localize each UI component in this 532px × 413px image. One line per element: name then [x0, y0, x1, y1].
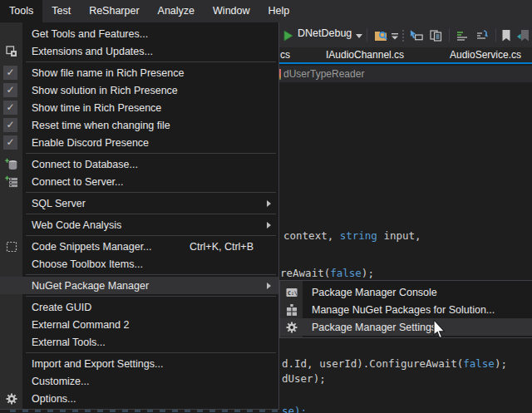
checkmark-icon: ✓	[3, 101, 17, 115]
nuget-submenu: C:\Package Manager ConsoleManage NuGet P…	[279, 280, 532, 338]
menu-item-show-file-name-in-rich-presence[interactable]: ✓Show file name in Rich Presence	[0, 64, 278, 81]
menu-item-label: External Tools...	[32, 337, 106, 348]
submenu-arrow-icon	[267, 222, 271, 229]
database-icon	[4, 157, 18, 171]
menu-item-external-command-2[interactable]: External Command 2	[0, 316, 278, 333]
menu-item-sql-server[interactable]: SQL Server	[0, 194, 278, 212]
menu-item-label: SQL Server	[32, 198, 86, 209]
previous-bookmark-icon[interactable]	[516, 28, 531, 43]
menu-item-enable-discord-presence[interactable]: ✓Enable Discord Presence	[0, 134, 278, 151]
menu-item-label: External Command 2	[32, 319, 129, 331]
vs-window: DNetDebug csIAudioChannel.csAudioService…	[0, 0, 532, 413]
extensions-icon	[4, 44, 18, 58]
menu-item-external-tools[interactable]: External Tools...	[0, 333, 278, 351]
find-in-files-icon[interactable]	[374, 28, 389, 43]
menu-item-create-guid[interactable]: Create GUID	[0, 298, 278, 316]
menu-item-label: Import and Export Settings...	[32, 358, 163, 370]
menu-item-label: Get Tools and Features...	[32, 28, 148, 40]
menu-item-label: Connect to Server...	[32, 176, 123, 188]
submenu-arrow-icon	[267, 283, 271, 289]
code-segment: se);	[282, 405, 307, 413]
menu-item-show-time-in-rich-presence[interactable]: ✓Show time in Rich Presence	[0, 99, 278, 116]
code-segment: dUser);	[282, 372, 326, 385]
menu-item-nuget-package-manager[interactable]: NuGet Package Manager	[0, 277, 278, 294]
menubar-item-test[interactable]: Test	[42, 0, 80, 22]
svg-text:C:\: C:\	[288, 289, 298, 296]
comment-lines-icon[interactable]	[456, 28, 470, 43]
menu-separator	[26, 214, 276, 214]
code-segment: context,	[283, 229, 340, 242]
bookmark-icon[interactable]	[500, 28, 515, 43]
code-segment: input,	[377, 229, 421, 242]
checkmark-icon: ✓	[3, 135, 17, 150]
menubar: ToolsTestReSharperAnalyzeWindowHelp	[0, 0, 532, 22]
menu-item-label: Create GUID	[32, 302, 91, 313]
code-segment: false	[463, 357, 495, 370]
menu-separator	[26, 235, 276, 236]
code-line: d.Id, userId).ConfigureAwait(false);	[282, 357, 507, 370]
menu-item-label: Show time in Rich Presence	[32, 102, 161, 114]
server-icon	[4, 175, 18, 189]
uncomment-lines-icon[interactable]	[475, 28, 490, 43]
submenu-arrow-icon	[267, 200, 271, 207]
code-segment: );	[495, 357, 507, 370]
menu-item-label: Choose Toolbox Items...	[32, 258, 143, 270]
menu-item-label: Extensions and Updates...	[32, 46, 153, 57]
toolbar-separator	[495, 28, 496, 42]
navigate-to-icon[interactable]	[409, 28, 424, 43]
menu-item-import-and-export-settings[interactable]: Import and Export Settings...	[0, 355, 278, 372]
menu-item-options[interactable]: Options...	[0, 390, 278, 407]
menu-item-label: Show file name in Rich Presence	[32, 67, 184, 79]
menu-separator	[26, 61, 276, 62]
menu-item-label: Package Manager Settings	[312, 322, 436, 333]
tab-audioservice-cs[interactable]: AudioService.cs	[450, 47, 521, 63]
menu-item-get-tools-and-features[interactable]: Get Tools and Features...	[0, 25, 278, 42]
run-icon[interactable]	[282, 28, 297, 43]
tools-menu: Get Tools and Features...Extensions and …	[0, 22, 279, 410]
clipped-code-line	[10, 410, 278, 412]
debug-profile-selector[interactable]: DNetDebug	[298, 27, 352, 39]
menu-separator	[26, 296, 276, 297]
menu-separator	[26, 274, 276, 275]
breadcrumb-type[interactable]: dUserTypeReader	[283, 68, 364, 80]
code-segment: reAwait(	[280, 267, 330, 279]
copy-lines-icon[interactable]	[429, 28, 444, 43]
menu-item-label: Options...	[32, 393, 76, 405]
code-segment: false	[330, 267, 362, 279]
menubar-item-window[interactable]: Window	[204, 0, 259, 22]
menu-separator	[26, 153, 276, 154]
menubar-item-resharper[interactable]: ReSharper	[80, 0, 148, 22]
menu-item-label: Manage NuGet Packages for Solution...	[312, 304, 495, 316]
menu-item-label: NuGet Package Manager	[32, 280, 149, 292]
menubar-item-help[interactable]: Help	[259, 0, 299, 22]
menubar-item-tools[interactable]: Tools	[0, 0, 42, 22]
toolbar-separator	[449, 28, 450, 42]
tab-iaudiochannel-cs[interactable]: IAudioChannel.cs	[326, 47, 404, 63]
gear-icon	[4, 391, 18, 406]
code-line: dUser);	[282, 372, 326, 385]
menu-item-label: Show solution in Rich Presence	[32, 85, 178, 96]
menu-item-label: Customize...	[32, 376, 89, 387]
menu-item-customize[interactable]: Customize...	[0, 372, 278, 390]
checkmark-icon: ✓	[3, 83, 17, 97]
checkmark-icon: ✓	[3, 66, 17, 80]
menu-item-choose-toolbox-items[interactable]: Choose Toolbox Items...	[0, 255, 278, 273]
submenu-item-manage-nuget-packages-for-solution[interactable]: Manage NuGet Packages for Solution...	[280, 301, 532, 318]
menu-item-connect-to-database[interactable]: Connect to Database...	[0, 155, 278, 173]
menu-item-code-snippets-manager[interactable]: Code Snippets Manager...Ctrl+K, Ctrl+B	[0, 238, 278, 255]
menu-item-show-solution-in-rich-presence[interactable]: ✓Show solution in Rich Presence	[0, 81, 278, 99]
menu-item-extensions-and-updates[interactable]: Extensions and Updates...	[0, 42, 278, 60]
menu-item-reset-time-when-changing-file[interactable]: ✓Reset time when changing file	[0, 116, 278, 134]
tab-cs[interactable]: cs	[280, 47, 290, 63]
submenu-item-package-manager-console[interactable]: C:\Package Manager Console	[280, 283, 532, 301]
code-line: context, string input,	[283, 229, 421, 242]
menubar-item-analyze[interactable]: Analyze	[149, 0, 204, 22]
menu-item-label: Connect to Database...	[32, 159, 138, 170]
menu-item-connect-to-server[interactable]: Connect to Server...	[0, 173, 278, 190]
menu-item-label: Code Snippets Manager...	[32, 241, 152, 253]
dropdown-caret-icon[interactable]	[355, 28, 370, 43]
menu-item-label: Enable Discord Presence	[32, 137, 149, 149]
submenu-item-package-manager-settings[interactable]: Package Manager Settings	[280, 318, 532, 336]
menu-item-label: Web Code Analysis	[32, 219, 121, 231]
menu-item-web-code-analysis[interactable]: Web Code Analysis	[0, 216, 278, 234]
